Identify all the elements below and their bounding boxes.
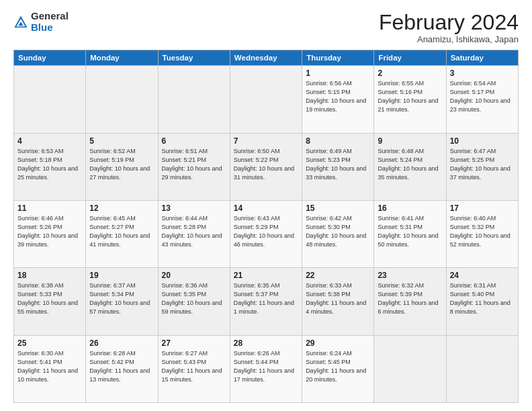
calendar-header-cell: Sunday bbox=[14, 50, 86, 66]
calendar-cell: 3Sunrise: 6:54 AM Sunset: 5:17 PM Daylig… bbox=[446, 66, 518, 133]
logo-general: General bbox=[31, 11, 69, 22]
calendar-week-row: 11Sunrise: 6:46 AM Sunset: 5:26 PM Dayli… bbox=[14, 200, 519, 267]
day-number: 15 bbox=[306, 203, 370, 213]
calendar-cell: 25Sunrise: 6:30 AM Sunset: 5:41 PM Dayli… bbox=[14, 335, 86, 402]
calendar-header-row: SundayMondayTuesdayWednesdayThursdayFrid… bbox=[14, 50, 519, 66]
day-number: 14 bbox=[234, 203, 298, 213]
page: General Blue February 2024 Anamizu, Ishi… bbox=[0, 0, 532, 411]
calendar-cell: 7Sunrise: 6:50 AM Sunset: 5:22 PM Daylig… bbox=[230, 133, 302, 200]
calendar-header-cell: Thursday bbox=[302, 50, 374, 66]
calendar-cell: 26Sunrise: 6:28 AM Sunset: 5:42 PM Dayli… bbox=[86, 335, 158, 402]
day-number: 2 bbox=[378, 68, 442, 78]
calendar-header-cell: Wednesday bbox=[230, 50, 302, 66]
calendar-cell: 13Sunrise: 6:44 AM Sunset: 5:28 PM Dayli… bbox=[158, 200, 230, 267]
calendar-cell bbox=[14, 66, 86, 133]
calendar-cell: 15Sunrise: 6:42 AM Sunset: 5:30 PM Dayli… bbox=[302, 200, 374, 267]
day-info: Sunrise: 6:49 AM Sunset: 5:23 PM Dayligh… bbox=[306, 147, 370, 182]
calendar-cell: 9Sunrise: 6:48 AM Sunset: 5:24 PM Daylig… bbox=[374, 133, 446, 200]
calendar-cell bbox=[374, 335, 446, 402]
day-info: Sunrise: 6:55 AM Sunset: 5:16 PM Dayligh… bbox=[378, 79, 442, 114]
day-number: 28 bbox=[234, 338, 298, 348]
calendar-cell: 21Sunrise: 6:35 AM Sunset: 5:37 PM Dayli… bbox=[230, 268, 302, 335]
calendar-cell: 2Sunrise: 6:55 AM Sunset: 5:16 PM Daylig… bbox=[374, 66, 446, 133]
day-number: 13 bbox=[162, 203, 226, 213]
day-number: 10 bbox=[450, 136, 515, 146]
day-info: Sunrise: 6:51 AM Sunset: 5:21 PM Dayligh… bbox=[162, 147, 226, 182]
day-info: Sunrise: 6:44 AM Sunset: 5:28 PM Dayligh… bbox=[162, 214, 226, 249]
calendar-cell: 14Sunrise: 6:43 AM Sunset: 5:29 PM Dayli… bbox=[230, 200, 302, 267]
calendar-week-row: 1Sunrise: 6:56 AM Sunset: 5:15 PM Daylig… bbox=[14, 66, 519, 133]
day-info: Sunrise: 6:50 AM Sunset: 5:22 PM Dayligh… bbox=[234, 147, 298, 182]
calendar-cell bbox=[86, 66, 158, 133]
day-info: Sunrise: 6:52 AM Sunset: 5:19 PM Dayligh… bbox=[89, 147, 154, 182]
day-info: Sunrise: 6:31 AM Sunset: 5:40 PM Dayligh… bbox=[450, 281, 515, 316]
day-number: 26 bbox=[89, 338, 154, 348]
calendar-week-row: 4Sunrise: 6:53 AM Sunset: 5:18 PM Daylig… bbox=[14, 133, 519, 200]
day-number: 27 bbox=[162, 338, 226, 348]
calendar-cell: 12Sunrise: 6:45 AM Sunset: 5:27 PM Dayli… bbox=[86, 200, 158, 267]
day-number: 5 bbox=[89, 136, 154, 146]
calendar-cell: 20Sunrise: 6:36 AM Sunset: 5:35 PM Dayli… bbox=[158, 268, 230, 335]
day-info: Sunrise: 6:38 AM Sunset: 5:33 PM Dayligh… bbox=[17, 281, 82, 316]
day-number: 29 bbox=[306, 338, 370, 348]
calendar-cell: 4Sunrise: 6:53 AM Sunset: 5:18 PM Daylig… bbox=[14, 133, 86, 200]
calendar-cell: 22Sunrise: 6:33 AM Sunset: 5:38 PM Dayli… bbox=[302, 268, 374, 335]
calendar-cell bbox=[230, 66, 302, 133]
day-info: Sunrise: 6:32 AM Sunset: 5:39 PM Dayligh… bbox=[378, 281, 442, 316]
day-number: 25 bbox=[17, 338, 82, 348]
day-number: 9 bbox=[378, 136, 442, 146]
calendar-cell bbox=[446, 335, 518, 402]
day-number: 21 bbox=[234, 271, 298, 280]
calendar-cell bbox=[158, 66, 230, 133]
logo-icon bbox=[13, 15, 28, 30]
day-number: 16 bbox=[378, 203, 442, 213]
calendar-cell: 1Sunrise: 6:56 AM Sunset: 5:15 PM Daylig… bbox=[302, 66, 374, 133]
day-info: Sunrise: 6:27 AM Sunset: 5:43 PM Dayligh… bbox=[162, 349, 226, 384]
calendar-cell: 29Sunrise: 6:24 AM Sunset: 5:45 PM Dayli… bbox=[302, 335, 374, 402]
day-number: 6 bbox=[162, 136, 226, 146]
day-info: Sunrise: 6:24 AM Sunset: 5:45 PM Dayligh… bbox=[306, 349, 370, 384]
day-number: 17 bbox=[450, 203, 515, 213]
day-number: 24 bbox=[450, 271, 515, 280]
calendar-body: 1Sunrise: 6:56 AM Sunset: 5:15 PM Daylig… bbox=[14, 66, 519, 403]
calendar-cell: 5Sunrise: 6:52 AM Sunset: 5:19 PM Daylig… bbox=[86, 133, 158, 200]
calendar-cell: 10Sunrise: 6:47 AM Sunset: 5:25 PM Dayli… bbox=[446, 133, 518, 200]
day-info: Sunrise: 6:35 AM Sunset: 5:37 PM Dayligh… bbox=[234, 281, 298, 316]
day-info: Sunrise: 6:40 AM Sunset: 5:32 PM Dayligh… bbox=[450, 214, 515, 249]
calendar-cell: 16Sunrise: 6:41 AM Sunset: 5:31 PM Dayli… bbox=[374, 200, 446, 267]
day-number: 8 bbox=[306, 136, 370, 146]
calendar-week-row: 18Sunrise: 6:38 AM Sunset: 5:33 PM Dayli… bbox=[14, 268, 519, 335]
calendar-header-cell: Monday bbox=[86, 50, 158, 66]
day-number: 20 bbox=[162, 271, 226, 280]
day-number: 22 bbox=[306, 271, 370, 280]
day-number: 1 bbox=[306, 68, 370, 78]
logo: General Blue bbox=[13, 11, 69, 33]
day-number: 19 bbox=[89, 271, 154, 280]
day-info: Sunrise: 6:45 AM Sunset: 5:27 PM Dayligh… bbox=[89, 214, 154, 249]
day-number: 23 bbox=[378, 271, 442, 280]
day-info: Sunrise: 6:43 AM Sunset: 5:29 PM Dayligh… bbox=[234, 214, 298, 249]
calendar-cell: 19Sunrise: 6:37 AM Sunset: 5:34 PM Dayli… bbox=[86, 268, 158, 335]
day-info: Sunrise: 6:54 AM Sunset: 5:17 PM Dayligh… bbox=[450, 79, 515, 114]
logo-blue: Blue bbox=[31, 22, 69, 34]
title-block: February 2024 Anamizu, Ishikawa, Japan bbox=[379, 11, 519, 44]
day-info: Sunrise: 6:56 AM Sunset: 5:15 PM Dayligh… bbox=[306, 79, 370, 114]
day-info: Sunrise: 6:26 AM Sunset: 5:44 PM Dayligh… bbox=[234, 349, 298, 384]
logo-text: General Blue bbox=[31, 11, 69, 33]
day-info: Sunrise: 6:36 AM Sunset: 5:35 PM Dayligh… bbox=[162, 281, 226, 316]
day-number: 11 bbox=[17, 203, 82, 213]
day-number: 18 bbox=[17, 271, 82, 280]
calendar-header-cell: Tuesday bbox=[158, 50, 230, 66]
month-year: February 2024 bbox=[379, 11, 519, 34]
day-info: Sunrise: 6:46 AM Sunset: 5:26 PM Dayligh… bbox=[17, 214, 82, 249]
calendar-table: SundayMondayTuesdayWednesdayThursdayFrid… bbox=[13, 50, 519, 403]
calendar-cell: 23Sunrise: 6:32 AM Sunset: 5:39 PM Dayli… bbox=[374, 268, 446, 335]
calendar-cell: 17Sunrise: 6:40 AM Sunset: 5:32 PM Dayli… bbox=[446, 200, 518, 267]
calendar-cell: 11Sunrise: 6:46 AM Sunset: 5:26 PM Dayli… bbox=[14, 200, 86, 267]
day-number: 12 bbox=[89, 203, 154, 213]
calendar-cell: 18Sunrise: 6:38 AM Sunset: 5:33 PM Dayli… bbox=[14, 268, 86, 335]
day-info: Sunrise: 6:41 AM Sunset: 5:31 PM Dayligh… bbox=[378, 214, 442, 249]
day-info: Sunrise: 6:30 AM Sunset: 5:41 PM Dayligh… bbox=[17, 349, 82, 384]
calendar-header-cell: Saturday bbox=[446, 50, 518, 66]
day-number: 3 bbox=[450, 68, 515, 78]
